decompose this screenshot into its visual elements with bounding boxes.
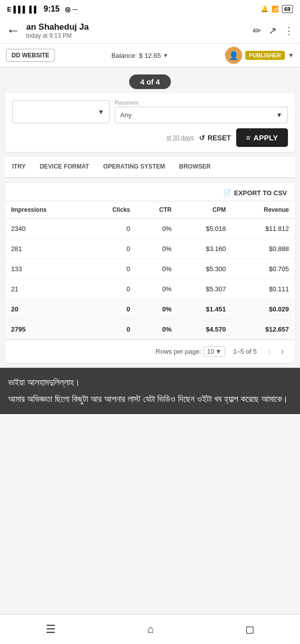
- cell-ctr: 0%: [136, 239, 177, 259]
- rows-per-page-select[interactable]: 10 ▼: [204, 346, 225, 357]
- next-page-button[interactable]: ›: [278, 345, 287, 358]
- total-ctr: 0%: [136, 319, 177, 340]
- tab-bar: ITRY DEVICE FORMAT OPERATING SYSTEM BROW…: [5, 157, 295, 178]
- export-label: EXPORT TO CSV: [234, 189, 287, 197]
- cell-ctr: 0%: [136, 279, 177, 299]
- table-body: 234000%$5.018$11.81228100%$3.160$0.88813…: [5, 219, 295, 319]
- col-cpm: CPM: [178, 201, 232, 219]
- cell-ctr: 0%: [136, 259, 177, 279]
- cell-revenue: $0.111: [232, 279, 295, 299]
- cell-cpm: $3.160: [178, 239, 232, 259]
- back-button[interactable]: ←: [6, 23, 20, 39]
- placement-value: Any: [120, 111, 131, 119]
- location-icon: ◎: [65, 6, 70, 13]
- share-icon[interactable]: ↗: [268, 25, 277, 37]
- cell-clicks: 0: [85, 219, 136, 239]
- signal-bars: ▌▌▌: [14, 6, 28, 13]
- filter-card: ▼ Placement Any ▼ st 30 days ↺ RESET ≡ A…: [5, 93, 295, 152]
- date-range-label: st 30 days: [166, 134, 194, 141]
- cell-impressions: 2340: [5, 219, 85, 239]
- table-totals-row: 2795 0 0% $4.570 $12.657: [5, 319, 295, 340]
- cell-revenue: $11.812: [232, 219, 295, 239]
- pagination-pill-container: 4 of 4: [0, 74, 300, 89]
- balance-currency: $: [139, 52, 142, 59]
- add-website-button[interactable]: DD WEBSITE: [6, 49, 55, 62]
- data-table: Impressions Clicks CTR CPM Revenue 23400…: [5, 201, 295, 340]
- signal-icon: E: [7, 6, 12, 13]
- more-options-icon[interactable]: ⋮: [284, 25, 294, 37]
- filter-actions: st 30 days ↺ RESET ≡ APPLY: [12, 128, 288, 147]
- balance-dropdown-icon[interactable]: ▼: [163, 52, 168, 58]
- header-subtitle: today at 9:13 PM: [26, 32, 249, 39]
- cell-ctr: 0%: [136, 299, 177, 319]
- sub-header: DD WEBSITE Balance: $ 12.65 ▼ 👤 PUBLISHE…: [0, 44, 300, 67]
- battery-indicator: 69: [282, 5, 293, 13]
- tab-device-format[interactable]: DEVICE FORMAT: [33, 157, 96, 177]
- dots-icon: ···: [72, 6, 78, 13]
- apply-button[interactable]: ≡ APPLY: [236, 128, 288, 147]
- tab-browser[interactable]: BROWSER: [172, 157, 218, 177]
- placement-dropdown-icon: ▼: [276, 111, 282, 119]
- cell-clicks: 0: [85, 279, 136, 299]
- cell-impressions: 133: [5, 259, 85, 279]
- cell-clicks: 0: [85, 239, 136, 259]
- chat-overlay: ভাইয়া আলহামদুলিল্লাহ। আমার অভিজ্ঞতা ছিল…: [0, 368, 300, 414]
- balance-area: Balance: $ 12.65 ▼: [59, 52, 221, 59]
- placement-select[interactable]: Any ▼: [115, 107, 288, 123]
- tab-itry[interactable]: ITRY: [5, 157, 33, 177]
- wifi-status-icon: 📶: [271, 6, 279, 13]
- rows-per-page: Rows per page: 10 ▼: [156, 346, 225, 357]
- table-row: 28100%$3.160$0.888: [5, 239, 295, 259]
- menu-button[interactable]: ☰: [36, 621, 66, 638]
- total-impressions: 2795: [5, 319, 85, 340]
- rows-per-page-value: 10: [207, 348, 214, 355]
- cell-cpm: $5.300: [178, 259, 232, 279]
- publisher-dropdown-icon[interactable]: ▼: [288, 52, 294, 59]
- table-pagination: Rows per page: 10 ▼ 1–5 of 5 ‹ ›: [5, 340, 295, 363]
- home-button[interactable]: ⌂: [137, 621, 164, 638]
- table-card: 📄 EXPORT TO CSV Impressions Clicks CTR C…: [5, 183, 295, 363]
- pagination-pill: 4 of 4: [129, 74, 171, 89]
- table-header-row: Impressions Clicks CTR CPM Revenue: [5, 201, 295, 219]
- cell-cpm: $1.451: [178, 299, 232, 319]
- bell-icon: 🔔: [261, 6, 268, 13]
- total-cpm: $4.570: [178, 319, 232, 340]
- total-clicks: 0: [85, 319, 136, 340]
- cell-cpm: $5.307: [178, 279, 232, 299]
- total-revenue: $12.657: [232, 319, 295, 340]
- reset-label: RESET: [208, 134, 231, 142]
- header-info: an Shaheduj Ja today at 9:13 PM: [26, 22, 249, 39]
- header-icons: ✏ ↗ ⋮: [253, 25, 294, 37]
- cell-impressions: 20: [5, 299, 85, 319]
- status-bar: E ▌▌▌ ▌▌ 9:15 ◎ ··· 🔔 📶 69: [0, 0, 300, 18]
- balance-label: Balance:: [112, 52, 137, 59]
- col-ctr: CTR: [136, 201, 177, 219]
- reset-icon: ↺: [199, 134, 205, 142]
- reset-button[interactable]: ↺ RESET: [199, 134, 231, 142]
- filter-select-left[interactable]: ▼: [12, 100, 110, 123]
- rows-per-page-label: Rows per page:: [156, 348, 202, 355]
- prev-page-button[interactable]: ‹: [265, 345, 274, 358]
- user-avatar[interactable]: 👤: [225, 47, 242, 64]
- cell-revenue: $0.705: [232, 259, 295, 279]
- bottom-nav: ☰ ⌂ ◻: [0, 614, 300, 644]
- col-clicks: Clicks: [85, 201, 136, 219]
- status-left: E ▌▌▌ ▌▌ 9:15 ◎ ···: [7, 5, 78, 14]
- edit-icon[interactable]: ✏: [253, 25, 261, 37]
- header-title: an Shaheduj Ja: [26, 22, 249, 32]
- cell-clicks: 0: [85, 299, 136, 319]
- status-time: 9:15: [44, 5, 60, 14]
- header: ← an Shaheduj Ja today at 9:13 PM ✏ ↗ ⋮: [0, 18, 300, 44]
- placement-label: Placement: [115, 100, 288, 106]
- table-row: 2000%$1.451$0.029: [5, 299, 295, 319]
- back-nav-button[interactable]: ◻: [235, 621, 264, 638]
- page-range: 1–5 of 5: [233, 348, 257, 355]
- avatar-area: 👤 PUBLISHER ▼: [225, 47, 294, 64]
- filter-row: ▼ Placement Any ▼: [12, 100, 288, 123]
- balance-amount: 12.65: [145, 52, 161, 59]
- filter-select-placement-wrapper: Placement Any ▼: [115, 100, 288, 123]
- chat-message-1: ভাইয়া আলহামদুলিল্লাহ।: [8, 376, 292, 389]
- export-csv-button[interactable]: 📄 EXPORT TO CSV: [223, 189, 287, 197]
- cell-impressions: 281: [5, 239, 85, 259]
- tab-operating-system[interactable]: OPERATING SYSTEM: [96, 157, 172, 177]
